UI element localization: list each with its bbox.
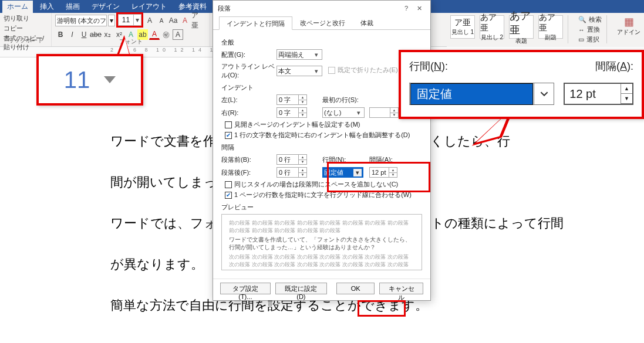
tab-home[interactable]: ホーム — [2, 1, 33, 13]
shrink-font-icon[interactable]: A — [156, 15, 167, 26]
at-spinner[interactable]: 12 pt▲▼ — [369, 167, 397, 178]
help-icon[interactable]: ? — [400, 5, 413, 12]
preview-box: 前の段落 前の段落 前の段落 前の段落 前の段落 前の段落 前の段落 前の段落 … — [221, 214, 422, 270]
space-after-spinner[interactable]: 0 行▲▼ — [277, 167, 307, 178]
space-before-label: 段落前(B): — [221, 155, 277, 164]
indent-left-spinner[interactable]: 0 字▲▼ — [277, 94, 307, 105]
grow-font-icon[interactable]: A — [144, 15, 155, 26]
style-subtitle[interactable]: あア亜副題 — [538, 15, 563, 39]
no-space-same-style-checkbox[interactable] — [225, 181, 232, 188]
cut[interactable]: 切り取り — [4, 14, 48, 23]
style-title[interactable]: あア亜表題 — [509, 15, 534, 39]
cancel-button[interactable]: キャンセル — [379, 283, 423, 294]
style-heading1[interactable]: ア亜見出し 1 — [450, 15, 475, 39]
auto-right-indent-checkbox[interactable]: ✔ — [225, 132, 232, 139]
right-ribbon: ア亜見出し 1 あア亜見出し 2 あア亜表題 あア亜副題 🔍 検索 ↔ 置換 ▭… — [447, 13, 644, 47]
editing-group: 🔍 検索 ↔ 置換 ▭ 選択 — [578, 15, 602, 45]
tab-asian-typography[interactable]: 体裁 — [353, 16, 381, 29]
firstline-by-spinner[interactable]: ▲▼ — [369, 107, 399, 118]
outline-label: アウトライン レベル(O): — [221, 62, 277, 80]
callout-linesp-combo[interactable]: 固定値 — [409, 83, 554, 105]
mirror-indent-checkbox[interactable] — [225, 121, 232, 128]
copy[interactable]: コピー — [4, 24, 48, 33]
select[interactable]: ▭ 選択 — [578, 35, 602, 44]
space-after-label: 段落後(F): — [221, 168, 277, 177]
chevron-down-icon — [104, 76, 116, 83]
font-size-dropdown[interactable]: ▾ — [133, 14, 141, 26]
tab-indent-spacing[interactable]: インデントと行間隔 — [219, 16, 292, 30]
tab-design[interactable]: デザイン — [87, 1, 124, 13]
addins[interactable]: ▦アドイン — [617, 15, 640, 36]
clipboard-panel: 切り取り コピー 書式のコピー/貼り付け リップボード — [0, 13, 52, 46]
clipboard-label: リップボード — [0, 36, 51, 45]
chevron-down-icon: ▾ — [312, 67, 321, 75]
section-preview: プレビュー — [221, 203, 422, 212]
indent-right-spinner[interactable]: 0 字▲▼ — [277, 107, 307, 118]
section-indent: インデント — [221, 83, 422, 92]
change-case-icon[interactable]: Aa — [168, 15, 178, 26]
space-before-spinner[interactable]: 0 行▲▼ — [277, 154, 307, 165]
chevron-down-icon — [534, 83, 554, 104]
close-icon[interactable]: ✕ — [413, 5, 426, 12]
set-default-button[interactable]: 既定に設定(D) — [275, 283, 327, 294]
replace[interactable]: ↔ 置換 — [578, 25, 602, 34]
font-name-combo[interactable]: 游明朝 (本文のフォン — [55, 15, 107, 26]
paragraph-dialog: 段落 ? ✕ インデントと行間隔 改ページと改行 体裁 全般 配置(G): 両端… — [213, 0, 431, 301]
indent-left-label: 左(L): — [221, 96, 277, 104]
chevron-down-icon: ▾ — [312, 51, 321, 59]
font-size-input[interactable]: 11 — [118, 14, 133, 26]
find[interactable]: 🔍 検索 — [578, 15, 602, 24]
callout-at-label: 間隔(A): — [595, 59, 633, 73]
indent-right-label: 右(R): — [221, 108, 277, 117]
firstline-combo[interactable]: (なし)▾ — [322, 107, 365, 118]
tab-draw[interactable]: 描画 — [61, 1, 85, 13]
tabs-button[interactable]: タブ設定(T)... — [220, 283, 271, 294]
style-heading2[interactable]: あア亜見出し 2 — [480, 15, 504, 39]
alignment-label: 配置(G): — [221, 50, 277, 59]
outline-combo[interactable]: 本文▾ — [277, 66, 322, 76]
dialog-tabs: インデントと行間隔 改ページと改行 体裁 — [213, 16, 430, 30]
font-size-highlight: 11 ▾ — [116, 12, 143, 28]
ok-button[interactable]: OK — [336, 283, 375, 294]
at-label: 間隔(A): — [369, 155, 397, 164]
firstline-label: 最初の行(S): — [322, 96, 365, 104]
phonetic-icon[interactable]: ア亜 — [191, 15, 202, 26]
callout-linesp-label: 行間(N): — [409, 59, 595, 73]
callout-fontsize: 11 — [36, 54, 143, 106]
tab-layout[interactable]: レイアウト — [127, 1, 171, 13]
tab-line-page-breaks[interactable]: 改ページと改行 — [292, 16, 353, 29]
dialog-title: 段落 — [218, 4, 400, 13]
callout-linespacing: 行間(N): 間隔(A): 固定値 12 pt ▲▼ — [399, 50, 644, 119]
alignment-combo[interactable]: 両端揃え▾ — [277, 49, 322, 60]
callout-at-spinner[interactable]: 12 pt ▲▼ — [564, 83, 633, 105]
chevron-down-icon[interactable]: ▾ — [108, 15, 115, 26]
doc-line: 簡単な方法で自由に行間を設定することができます。 — [110, 299, 545, 312]
section-general: 全般 — [221, 38, 422, 47]
tab-insert[interactable]: 挿入 — [35, 1, 59, 13]
collapse-checkbox — [328, 67, 335, 74]
snap-grid-checkbox[interactable]: ✔ — [225, 192, 232, 199]
clear-format-icon[interactable]: A — [180, 15, 190, 26]
callout-fontsize-value: 11 — [64, 67, 90, 93]
section-spacing: 間隔 — [221, 143, 422, 152]
linespacing-label: 行間(N): — [322, 155, 363, 164]
linespacing-combo[interactable]: 固定値▾ — [322, 167, 363, 178]
